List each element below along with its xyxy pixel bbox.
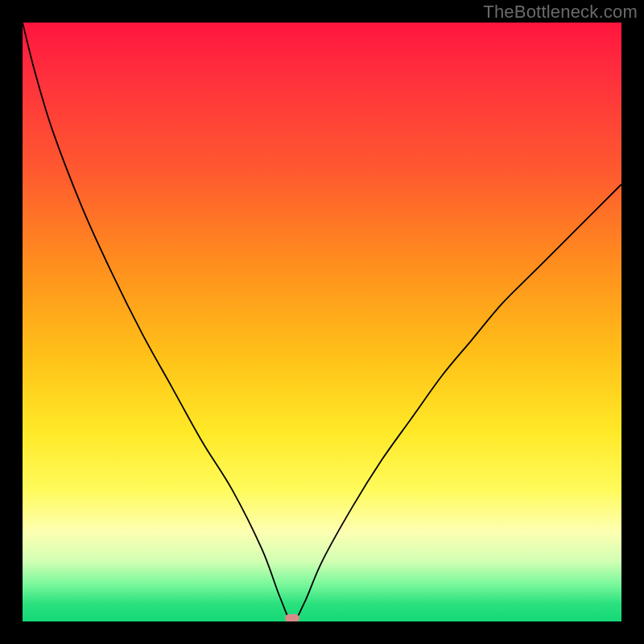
bottleneck-curve [23, 23, 621, 621]
min-point-marker [285, 614, 299, 621]
plot-area [23, 23, 621, 621]
curve-path [23, 23, 621, 621]
watermark-text: TheBottleneck.com [483, 2, 638, 23]
chart-frame: TheBottleneck.com [0, 0, 644, 644]
